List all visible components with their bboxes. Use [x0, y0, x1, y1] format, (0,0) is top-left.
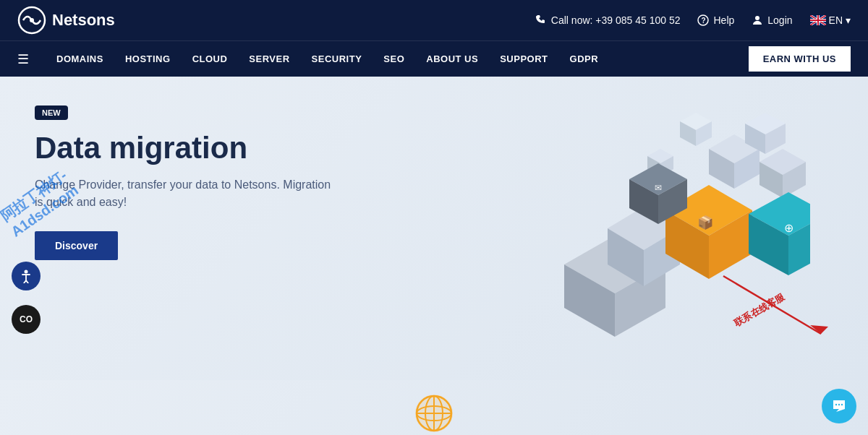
hero-section: 阿拉丁神灯- A1dsd.com NEW Data migration Chan… [0, 77, 868, 380]
svg-point-53 [841, 404, 843, 405]
svg-point-4 [755, 16, 760, 20]
new-badge: NEW [35, 105, 68, 120]
login-item[interactable]: Login [752, 14, 792, 26]
login-label: Login [767, 14, 792, 26]
nav-about[interactable]: ABOUT US [416, 41, 488, 77]
chat-icon [830, 397, 848, 415]
help-label: Help [713, 14, 734, 26]
accessibility-button[interactable] [12, 262, 41, 290]
nav-server[interactable]: SERVER [239, 41, 299, 77]
svg-point-52 [838, 404, 840, 405]
nav-hosting[interactable]: HOSTING [115, 41, 181, 77]
flag-icon [810, 15, 826, 25]
nav-domains[interactable]: DOMAINS [46, 41, 114, 77]
nav-gdpr[interactable]: GDPR [560, 41, 609, 77]
co-badge[interactable]: CO [12, 305, 41, 334]
lang-label: EN [829, 14, 843, 26]
earn-with-us-button[interactable]: EARN WITH US [749, 46, 851, 72]
lang-arrow: ▾ [846, 14, 851, 26]
accessibility-icon [19, 269, 33, 283]
svg-text:?: ? [702, 17, 706, 25]
nav-seo[interactable]: SEO [373, 41, 414, 77]
svg-point-50 [25, 270, 28, 274]
svg-text:📦: 📦 [697, 215, 714, 231]
nav-support[interactable]: SUPPORT [490, 41, 558, 77]
nav-security[interactable]: SECURITY [302, 41, 373, 77]
help-icon: ? [697, 14, 709, 26]
discover-button[interactable]: Discover [35, 231, 118, 260]
svg-point-51 [835, 404, 837, 405]
svg-text:✉: ✉ [655, 183, 662, 193]
cubes-illustration: 📦 ⊕ [535, 91, 810, 366]
top-right-actions: Call now: +39 085 45 100 52 ? Help Login [535, 14, 851, 26]
svg-marker-40 [810, 325, 828, 334]
hero-subtitle: Change Provider, transfer your data to N… [35, 176, 339, 211]
logo[interactable]: Netsons [17, 6, 115, 35]
phone-item[interactable]: Call now: +39 085 45 100 52 [535, 14, 681, 26]
help-item[interactable]: ? Help [697, 14, 734, 26]
main-nav: ☰ DOMAINS HOSTING CLOUD SERVER SECURITY … [0, 40, 868, 77]
globe-icon [412, 392, 456, 435]
hamburger-button[interactable]: ☰ [17, 51, 29, 67]
phone-icon [535, 14, 547, 26]
chat-button[interactable] [822, 389, 856, 423]
user-icon [752, 14, 763, 26]
nav-cloud[interactable]: CLOUD [182, 41, 238, 77]
logo-text: Netsons [52, 11, 115, 30]
top-bar: Netsons Call now: +39 085 45 100 52 ? He… [0, 0, 868, 40]
nav-links: DOMAINS HOSTING CLOUD SERVER SECURITY SE… [46, 41, 749, 77]
globe-section [0, 380, 868, 435]
language-selector[interactable]: EN ▾ [810, 14, 851, 26]
svg-text:⊕: ⊕ [784, 222, 793, 234]
phone-label: Call now: +39 085 45 100 52 [551, 14, 681, 26]
svg-point-1 [30, 18, 34, 22]
